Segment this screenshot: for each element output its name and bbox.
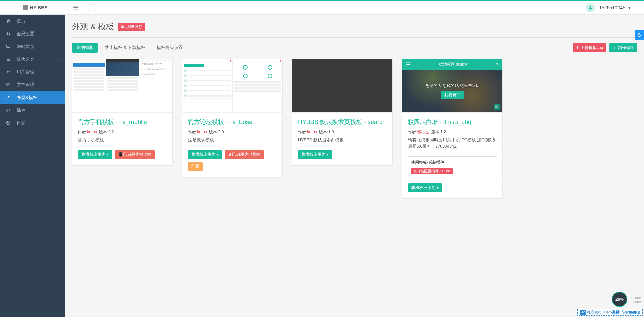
chevron-down-icon: ▾ bbox=[437, 185, 439, 190]
card-meta: 作者:邬小逗 版本:1.2 bbox=[408, 129, 497, 135]
apply-button[interactable]: 将模板应用为▾ bbox=[78, 150, 112, 159]
sidebar-item-0[interactable]: 首页 bbox=[0, 15, 65, 27]
list-icon bbox=[6, 57, 12, 62]
card-title[interactable]: HYBBS 默认搜索页模板 - search bbox=[298, 118, 387, 126]
monitor-icon bbox=[6, 44, 12, 49]
svg-point-12 bbox=[7, 84, 8, 84]
plus-icon: ＋ bbox=[612, 45, 616, 51]
upload-icon: ⬆ bbox=[576, 45, 579, 50]
brush-icon bbox=[6, 95, 12, 100]
enabled-mobile-button[interactable]: 📱 已启用为移动端 bbox=[115, 150, 155, 159]
page-header: 外观 & 模板 🗑 清理缓存 bbox=[72, 20, 637, 37]
apply-button[interactable]: 将模板应用为▾ bbox=[298, 150, 332, 159]
card-title[interactable]: 官方手机模板 - hy_moblie bbox=[78, 118, 167, 126]
card-version: 2.0 bbox=[218, 130, 224, 134]
card-author: krabs bbox=[197, 130, 207, 134]
apply-button[interactable]: 将模板应用为▾ bbox=[188, 150, 222, 159]
sidebar-item-label: 网站首页 bbox=[17, 44, 34, 50]
card-author: krabs bbox=[307, 130, 317, 134]
sidebar-item-label: 板块分类 bbox=[17, 56, 34, 62]
tabbar: 我的模板 线上模板 & 下载模板 模板高级设置 ⬆ 上传模板.zip ＋ 制作模… bbox=[72, 43, 637, 53]
template-card: HYBBS 默认搜索页模板 - search 作者:krabs 版本:1.0 H… bbox=[292, 59, 393, 166]
card-meta: 作者:krabs 版本:2.0 bbox=[188, 129, 277, 135]
brand[interactable]: HY BBS bbox=[0, 5, 65, 10]
plugin-tag[interactable]: 表白墙配置插件 TL_inc bbox=[411, 168, 453, 174]
card-version: 1.2 bbox=[440, 130, 446, 134]
apply-button[interactable]: 将模板应用为▾ bbox=[408, 183, 442, 192]
float-badge[interactable]: S bbox=[635, 30, 644, 40]
brand-text: HY BBS bbox=[30, 5, 48, 10]
sidebar-item-6[interactable]: 外观&模板 bbox=[0, 91, 65, 104]
template-card: ☰德清校区表白墙✎ 思念的人 想说的话 这里告诉ta我要表白🔍 校园表白墙 - … bbox=[402, 59, 503, 199]
sidebar-item-label: 外观&模板 bbox=[17, 94, 37, 101]
code-icon bbox=[6, 108, 12, 113]
card-meta: 作者:krabs 版本:1.0 bbox=[298, 129, 387, 135]
sidebar-item-label: 首页 bbox=[17, 18, 25, 24]
sidebar-item-2[interactable]: 网站首页 bbox=[0, 40, 65, 53]
card-author: 邬小逗 bbox=[417, 130, 429, 134]
main-content: 外观 & 模板 🗑 清理缓存 我的模板 线上模板 & 下载模板 模板高级设置 ⬆… bbox=[65, 15, 644, 212]
card-thumbnail[interactable]: HYBBS1.5.30 程序发布HYBBS基于HYPHP框架开发...HYPHP… bbox=[72, 59, 172, 113]
topbar: HY BBS 1526510045 ▾ bbox=[0, 0, 644, 15]
gear-icon bbox=[6, 31, 12, 36]
chevron-down-icon: ▾ bbox=[327, 152, 329, 157]
sidebar-item-3[interactable]: 板块分类 ‹ bbox=[0, 53, 65, 66]
chevron-left-icon: ‹ bbox=[58, 58, 59, 61]
home-icon bbox=[6, 19, 12, 23]
chevron-down-icon: ▾ bbox=[107, 152, 109, 157]
upload-button[interactable]: ⬆ 上传模板.zip bbox=[573, 43, 606, 52]
trash-icon: 🗑 bbox=[121, 24, 125, 29]
required-plugins-label: 使用模板-必装插件 bbox=[411, 160, 494, 165]
card-actions: 将模板应用为▾ bbox=[408, 183, 497, 192]
sidebar-item-8[interactable]: 日志 bbox=[0, 117, 65, 129]
clear-cache-button[interactable]: 🗑 清理缓存 bbox=[118, 23, 145, 31]
card-version: 2.2 bbox=[108, 130, 114, 134]
stub-icon[interactable] bbox=[89, 4, 96, 11]
page-title: 外观 & 模板 bbox=[72, 21, 114, 32]
cube-icon bbox=[6, 121, 12, 125]
tabbar-actions: ⬆ 上传模板.zip ＋ 制作模板 bbox=[573, 43, 637, 52]
sidebar: 首页 全局设置 网站首页 板块分类 ‹ 用户管理 ‹ 文章管理 外观&模板 插件… bbox=[0, 15, 65, 212]
sidebar-item-label: 文章管理 bbox=[17, 82, 34, 88]
template-card: 官方论坛模板 - hy_boss 作者:krabs 版本:2.0 这是默认模板 … bbox=[182, 59, 283, 177]
tab-online-templates[interactable]: 线上模板 & 下载模板 bbox=[101, 43, 149, 53]
search-icon: 🔍 bbox=[494, 104, 500, 110]
card-thumbnail[interactable]: ☰德清校区表白墙✎ 思念的人 想说的话 这里告诉ta我要表白🔍 bbox=[402, 59, 502, 113]
brand-icon bbox=[23, 5, 28, 10]
clear-cache-label: 清理缓存 bbox=[126, 24, 142, 30]
card-actions: 将模板应用为▾ bbox=[298, 150, 387, 159]
sidebar-item-5[interactable]: 文章管理 bbox=[0, 78, 65, 91]
card-thumbnail[interactable] bbox=[182, 59, 282, 113]
user-menu[interactable]: 1526510045 ▾ bbox=[599, 5, 631, 10]
cards-grid: HYBBS1.5.30 程序发布HYBBS基于HYPHP框架开发...HYPHP… bbox=[72, 59, 637, 199]
monitor-icon: 🖥 bbox=[228, 152, 232, 157]
card-thumbnail[interactable] bbox=[292, 59, 392, 113]
create-button[interactable]: ＋ 制作模板 bbox=[609, 43, 637, 52]
menu-icon: ☰ bbox=[406, 61, 411, 68]
mobile-icon: 📱 bbox=[118, 152, 123, 157]
card-description: 官方手机模板 bbox=[78, 137, 167, 143]
sidebar-item-7[interactable]: 插件 bbox=[0, 104, 65, 117]
sidebar-item-4[interactable]: 用户管理 ‹ bbox=[0, 66, 65, 78]
edit-icon: ✎ bbox=[496, 62, 499, 67]
sidebar-item-label: 插件 bbox=[17, 107, 25, 113]
config-button[interactable]: 配置 bbox=[188, 162, 203, 171]
topbar-right: 1526510045 ▾ bbox=[586, 3, 644, 12]
card-meta: 作者:krabs 版本:2.2 bbox=[78, 129, 167, 135]
hamburger-icon[interactable] bbox=[73, 5, 79, 11]
chevron-down-icon: ▾ bbox=[217, 152, 219, 157]
avatar[interactable] bbox=[586, 3, 595, 12]
enabled-pc-button[interactable]: 🖥 已启用为电脑端 bbox=[225, 150, 264, 159]
tab-my-templates[interactable]: 我的模板 bbox=[72, 43, 98, 53]
tag-icon bbox=[6, 82, 12, 87]
card-actions: 将模板应用为▾📱 已启用为移动端 bbox=[78, 150, 167, 159]
username-text: 1526510045 bbox=[599, 5, 625, 10]
tab-advanced-settings[interactable]: 模板高级设置 bbox=[153, 43, 187, 53]
card-version: 1.0 bbox=[328, 130, 334, 134]
card-title[interactable]: 官方论坛模板 - hy_boss bbox=[188, 118, 277, 126]
card-title[interactable]: 校园表白墙 - tlmsu_bbq bbox=[408, 118, 497, 126]
chevron-left-icon: ‹ bbox=[58, 70, 59, 74]
sidebar-item-1[interactable]: 全局设置 bbox=[0, 27, 65, 40]
caret-down-icon: ▾ bbox=[628, 5, 631, 10]
sidebar-item-label: 用户管理 bbox=[17, 69, 34, 75]
